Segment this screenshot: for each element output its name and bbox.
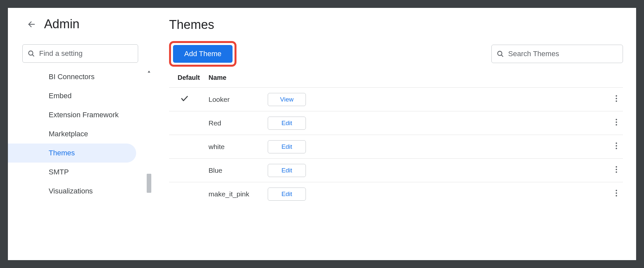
sidebar-nav-list: BI ConnectorsEmbedExtension FrameworkMar… — [8, 69, 146, 260]
row-menu[interactable] — [610, 94, 623, 105]
table-row: whiteEdit — [169, 135, 623, 158]
theme-name: white — [209, 143, 268, 151]
sidebar-item[interactable]: BI Connectors — [8, 70, 136, 86]
scroll-thumb[interactable] — [147, 174, 151, 193]
row-menu[interactable] — [610, 117, 623, 129]
col-header-name: Name — [209, 74, 268, 81]
sidebar: Admin BI ConnectorsEmbedExtension Framew… — [8, 8, 153, 260]
svg-point-9 — [616, 119, 617, 120]
theme-name: make_it_pink — [209, 190, 268, 198]
add-theme-button[interactable]: Add Theme — [173, 45, 233, 63]
table-row: BlueEdit — [169, 158, 623, 182]
sidebar-item[interactable]: Extension Framework — [8, 105, 136, 124]
themes-table: Default Name LookerViewRedEditwhiteEditB… — [169, 74, 623, 206]
theme-name: Red — [209, 119, 268, 127]
svg-marker-3 — [148, 71, 150, 73]
svg-point-6 — [616, 95, 617, 97]
svg-point-10 — [616, 122, 617, 123]
kebab-icon[interactable] — [614, 141, 619, 152]
sidebar-item[interactable]: Visualizations — [8, 182, 136, 201]
edit-button[interactable]: Edit — [268, 140, 306, 153]
check-icon — [180, 94, 189, 103]
sidebar-item[interactable]: Marketplace — [8, 124, 136, 144]
table-row: make_it_pinkEdit — [169, 182, 623, 206]
sidebar-title: Admin — [44, 17, 80, 31]
kebab-icon[interactable] — [614, 188, 619, 200]
sidebar-search-input[interactable] — [39, 49, 133, 58]
search-icon — [27, 50, 35, 57]
row-menu[interactable] — [610, 165, 623, 176]
svg-point-14 — [616, 148, 617, 149]
svg-point-20 — [616, 195, 617, 196]
sidebar-item[interactable]: Embed — [8, 86, 136, 105]
theme-name: Blue — [209, 167, 268, 174]
table-row: LookerView — [169, 87, 623, 111]
themes-search[interactable] — [491, 45, 623, 63]
sidebar-header: Admin — [8, 17, 153, 44]
search-icon — [496, 50, 504, 58]
svg-point-15 — [616, 166, 617, 168]
view-button[interactable]: View — [268, 93, 306, 106]
edit-button[interactable]: Edit — [268, 188, 306, 201]
scroll-up-icon[interactable] — [146, 69, 152, 75]
table-body: LookerViewRedEditwhiteEditBlueEditmake_i… — [169, 87, 623, 206]
svg-point-12 — [616, 143, 617, 144]
svg-point-11 — [616, 124, 617, 125]
sidebar-scrollbar[interactable] — [146, 69, 152, 260]
edit-button[interactable]: Edit — [268, 117, 306, 130]
sidebar-search-wrap — [8, 44, 153, 69]
sidebar-item[interactable]: SMTP — [8, 163, 136, 182]
kebab-icon[interactable] — [614, 117, 619, 129]
kebab-icon[interactable] — [614, 165, 619, 176]
svg-point-16 — [616, 169, 617, 170]
svg-point-19 — [616, 192, 617, 194]
theme-name: Looker — [209, 96, 268, 103]
svg-line-2 — [32, 55, 34, 56]
table-header: Default Name — [169, 74, 623, 87]
app-window: Admin BI ConnectorsEmbedExtension Framew… — [8, 8, 636, 260]
back-arrow-icon[interactable] — [27, 20, 36, 29]
svg-point-7 — [616, 98, 617, 99]
main-content: Themes Add Theme Default Name LookerView… — [153, 8, 636, 260]
sidebar-search[interactable] — [22, 44, 138, 63]
sidebar-nav-scroll: BI ConnectorsEmbedExtension FrameworkMar… — [8, 69, 153, 260]
edit-button[interactable]: Edit — [268, 164, 306, 177]
default-cell — [169, 94, 209, 104]
sidebar-item[interactable]: Themes — [8, 144, 136, 163]
svg-point-18 — [616, 190, 617, 191]
page-title: Themes — [169, 18, 623, 32]
svg-line-5 — [501, 55, 503, 56]
table-row: RedEdit — [169, 111, 623, 135]
svg-point-8 — [616, 100, 617, 102]
toolbar: Add Theme — [169, 41, 623, 67]
kebab-icon[interactable] — [614, 94, 619, 105]
themes-search-input[interactable] — [508, 50, 618, 58]
row-menu[interactable] — [610, 188, 623, 200]
col-header-default: Default — [169, 74, 209, 81]
svg-point-13 — [616, 145, 617, 146]
add-theme-highlight: Add Theme — [169, 41, 236, 67]
row-menu[interactable] — [610, 141, 623, 152]
svg-point-17 — [616, 171, 617, 173]
